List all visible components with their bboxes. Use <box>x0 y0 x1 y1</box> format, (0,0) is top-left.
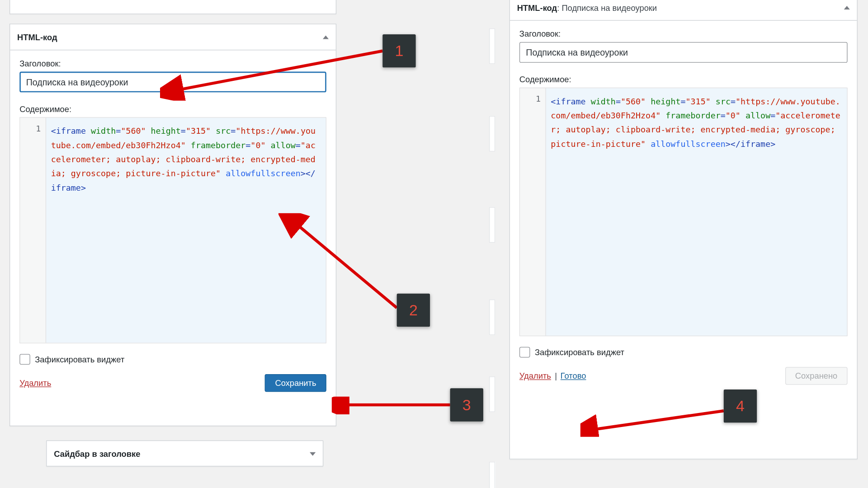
code-content[interactable]: <iframe width="560" height="315" src="ht… <box>46 118 326 343</box>
drop-handle[interactable] <box>489 376 495 412</box>
code-editor[interactable]: 1 <iframe width="560" height="315" src="… <box>19 117 326 343</box>
save-button[interactable]: Сохранить <box>265 374 326 392</box>
chevron-up-icon[interactable] <box>323 35 329 39</box>
drop-handle[interactable] <box>489 116 495 152</box>
html-widget-right: HTML-код: Подписка на видеоуроки Заголов… <box>509 0 858 460</box>
widget-header[interactable]: HTML-код: Подписка на видеоуроки <box>510 0 857 21</box>
code-editor[interactable]: 1 <iframe width="560" height="315" src="… <box>519 88 848 336</box>
fix-widget-checkbox[interactable] <box>519 347 530 358</box>
annotation-4: 4 <box>724 389 757 422</box>
annotation-2: 2 <box>397 294 430 327</box>
chevron-up-icon[interactable] <box>844 5 850 9</box>
content-field-label: Содержимое: <box>19 104 326 114</box>
fix-widget-checkbox[interactable] <box>19 354 30 365</box>
fix-widget-label: Зафиксировать виджет <box>35 355 124 364</box>
annotation-3: 3 <box>450 388 483 421</box>
arrow-3 <box>332 397 456 414</box>
title-field-label: Заголовок: <box>519 29 848 38</box>
drop-handle[interactable] <box>489 28 495 64</box>
sidebar-in-header-title: Сайдбар в заголовке <box>54 449 140 459</box>
widget-title: HTML-код <box>17 32 57 42</box>
widget-title: HTML-код: Подписка на видеоуроки <box>517 3 657 12</box>
code-gutter: 1 <box>20 118 47 343</box>
chevron-down-icon[interactable] <box>310 452 316 456</box>
delete-link[interactable]: Удалить <box>19 378 51 388</box>
separator: | <box>555 371 559 380</box>
title-field-label: Заголовок: <box>19 59 326 68</box>
drop-handle[interactable] <box>489 207 495 243</box>
title-input[interactable] <box>519 42 848 63</box>
delete-link[interactable]: Удалить <box>519 371 551 380</box>
title-input[interactable] <box>19 72 326 93</box>
code-content[interactable]: <iframe width="560" height="315" src="ht… <box>546 88 847 336</box>
done-link[interactable]: Готово <box>561 371 586 380</box>
annotation-1: 1 <box>382 34 415 67</box>
prev-widget-placeholder <box>9 0 336 14</box>
code-gutter: 1 <box>520 88 546 336</box>
sidebar-in-header-box[interactable]: Сайдбар в заголовке <box>46 441 323 467</box>
fix-widget-label: Зафиксировать виджет <box>535 347 624 357</box>
content-field-label: Содержимое: <box>519 75 848 84</box>
drop-handle[interactable] <box>489 462 495 488</box>
widget-header[interactable]: HTML-код <box>10 24 335 51</box>
drop-handle[interactable] <box>489 300 495 335</box>
saved-button: Сохранено <box>785 367 848 385</box>
html-widget-left: HTML-код Заголовок: Содержимое: 1 <ifram… <box>9 23 336 426</box>
